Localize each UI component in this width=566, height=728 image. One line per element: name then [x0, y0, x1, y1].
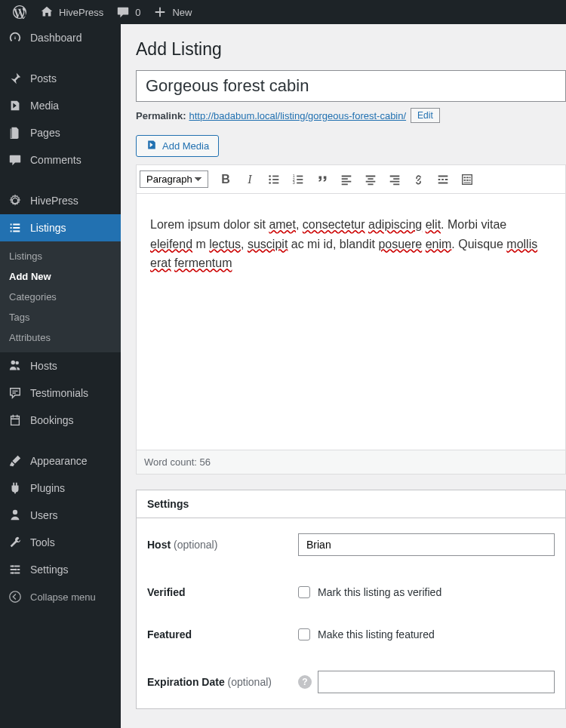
host-input[interactable] — [298, 533, 555, 556]
menu-label: Testimonials — [30, 387, 88, 399]
submenu-attributes[interactable]: Attributes — [0, 327, 121, 348]
plus-icon — [152, 5, 168, 20]
menu-media[interactable]: Media — [0, 92, 121, 119]
menu-label: Media — [30, 100, 59, 112]
wordpress-icon — [12, 5, 27, 20]
menu-comments[interactable]: Comments — [0, 146, 121, 174]
menu-label: Posts — [30, 72, 57, 84]
menu-posts[interactable]: Posts — [0, 65, 121, 92]
svg-point-5 — [269, 178, 271, 180]
menu-tools[interactable]: Tools — [0, 529, 121, 556]
svg-point-6 — [269, 182, 271, 184]
menu-settings[interactable]: Settings — [0, 556, 121, 583]
menu-label: Dashboard — [30, 32, 82, 44]
menu-plugins[interactable]: Plugins — [0, 475, 121, 502]
menu-users[interactable]: Users — [0, 502, 121, 529]
svg-point-0 — [12, 565, 14, 567]
align-right-button[interactable] — [383, 168, 406, 191]
collapse-label: Collapse menu — [30, 591, 96, 603]
svg-point-1 — [15, 569, 17, 571]
expiration-label: Expiration Date — [147, 676, 225, 688]
expiration-row: Expiration Date (optional) ? — [137, 656, 565, 708]
permalink-url[interactable]: http://badabum.local/listing/gorgeous-fo… — [189, 110, 406, 121]
site-name-label: HivePress — [59, 7, 103, 18]
gear-icon — [8, 193, 23, 208]
expiration-input[interactable] — [318, 671, 555, 693]
align-left-button[interactable] — [335, 168, 358, 191]
main-content: Add Listing Permalink: http://badabum.lo… — [121, 24, 566, 728]
ordered-list-button[interactable]: 123 — [287, 168, 309, 191]
verified-checkbox-label: Mark this listing as verified — [318, 586, 441, 598]
plugin-icon — [8, 481, 23, 496]
menu-hivepress[interactable]: HivePress — [0, 187, 121, 214]
menu-label: Plugins — [30, 482, 65, 494]
menu-label: Bookings — [30, 414, 74, 426]
editor-content[interactable]: Lorem ipsum dolor sit amet, consectetur … — [137, 194, 565, 450]
read-more-button[interactable] — [432, 168, 454, 191]
menu-pages[interactable]: Pages — [0, 119, 121, 146]
link-button[interactable] — [408, 168, 430, 191]
optional-label: (optional) — [228, 676, 272, 688]
settings-postbox: Settings Host (optional) Verified Mark t… — [136, 490, 566, 709]
media-icon — [146, 139, 158, 153]
admin-sidebar: Dashboard Posts Media Pages Comments Hiv… — [0, 24, 121, 728]
comment-icon — [8, 152, 23, 167]
italic-button[interactable]: I — [238, 168, 261, 191]
comments-count: 0 — [135, 7, 140, 18]
submenu-add-new[interactable]: Add New — [0, 266, 121, 287]
host-label: Host — [147, 539, 171, 551]
menu-hosts[interactable]: Hosts — [0, 352, 121, 379]
user-icon — [8, 508, 23, 523]
listings-submenu: Listings Add New Categories Tags Attribu… — [0, 241, 121, 352]
optional-label: (optional) — [174, 539, 217, 551]
brush-icon — [8, 453, 23, 468]
submenu-tags[interactable]: Tags — [0, 307, 121, 327]
listing-title-input[interactable] — [136, 70, 566, 102]
submenu-categories[interactable]: Categories — [0, 287, 121, 307]
menu-label: Tools — [30, 536, 55, 548]
dashboard-icon — [8, 30, 23, 45]
featured-checkbox-label: Make this listing featured — [318, 628, 435, 640]
permalink-label: Permalink: — [136, 110, 186, 121]
wrench-icon — [8, 535, 23, 550]
submenu-listings[interactable]: Listings — [0, 246, 121, 266]
help-icon[interactable]: ? — [298, 675, 312, 689]
menu-label: Settings — [30, 564, 69, 576]
host-row: Host (optional) — [137, 518, 565, 571]
menu-label: Appearance — [30, 455, 88, 467]
menu-label: Users — [30, 509, 58, 521]
verified-checkbox[interactable] — [298, 586, 310, 598]
bullet-list-button[interactable] — [263, 168, 285, 191]
toolbar-toggle-button[interactable] — [456, 168, 478, 191]
bold-button[interactable]: B — [214, 168, 237, 191]
list-icon — [8, 220, 23, 235]
collapse-menu[interactable]: Collapse menu — [0, 583, 121, 610]
featured-checkbox[interactable] — [298, 628, 310, 640]
menu-listings[interactable]: Listings — [0, 214, 121, 241]
users-icon — [8, 358, 23, 373]
wp-logo[interactable] — [6, 0, 33, 24]
pages-icon — [8, 125, 23, 140]
editor-toolbar: Paragraph B I 123 — [137, 165, 565, 194]
menu-testimonials[interactable]: Testimonials — [0, 379, 121, 407]
quote-button[interactable] — [311, 168, 334, 191]
add-media-label: Add Media — [162, 140, 209, 152]
menu-dashboard[interactable]: Dashboard — [0, 24, 121, 51]
svg-point-4 — [269, 175, 271, 177]
calendar-icon — [8, 413, 23, 428]
site-name-link[interactable]: HivePress — [33, 0, 109, 24]
format-select[interactable]: Paragraph — [140, 170, 208, 188]
permalink-edit-button[interactable]: Edit — [411, 108, 440, 123]
new-content-link[interactable]: New — [146, 0, 198, 24]
align-center-button[interactable] — [359, 168, 382, 191]
menu-label: Hosts — [30, 360, 57, 372]
menu-bookings[interactable]: Bookings — [0, 407, 121, 434]
add-media-button[interactable]: Add Media — [136, 135, 219, 157]
featured-row: Featured Make this listing featured — [137, 613, 565, 656]
menu-label: Comments — [30, 154, 82, 166]
word-count: Word count: 56 — [137, 450, 565, 474]
menu-label: HivePress — [30, 195, 78, 207]
comments-link[interactable]: 0 — [109, 0, 146, 24]
page-title: Add Listing — [136, 39, 566, 60]
menu-appearance[interactable]: Appearance — [0, 447, 121, 475]
